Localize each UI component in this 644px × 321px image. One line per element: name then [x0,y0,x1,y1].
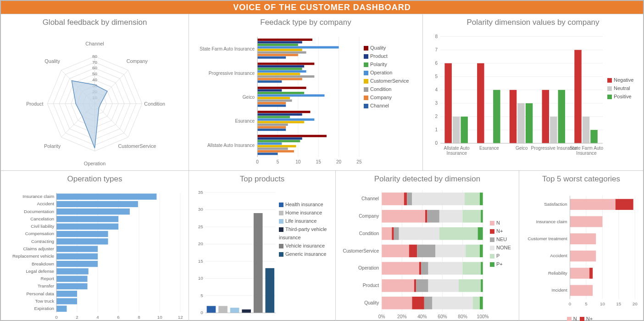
svg-rect-244 [419,262,421,275]
svg-rect-195 [207,306,216,313]
panel-operations: Operation types 024681012Insurance claim… [1,171,189,321]
svg-rect-52 [257,54,298,56]
svg-text:Company: Company [127,58,148,64]
chart-radar: 1020304050607080ChannelCompanyConditionC… [5,30,185,169]
svg-text:8: 8 [138,315,140,320]
svg-rect-89 [257,152,278,155]
svg-rect-261 [473,297,480,310]
svg-rect-163 [56,253,98,259]
svg-rect-87 [257,147,288,150]
legend-feedback: QualityProductPolarityOperationCustomerS… [364,30,419,169]
legend-polarity-dim: NN+NEUNONEPP+ [490,186,515,321]
svg-rect-55 [257,62,314,65]
svg-text:Claims adjuster: Claims adjuster [23,246,54,251]
svg-text:Legal defense: Legal defense [26,269,54,274]
svg-text:20%: 20% [397,314,407,319]
svg-rect-71 [257,105,286,107]
svg-text:Operation: Operation [358,265,379,270]
svg-rect-167 [56,268,89,274]
svg-rect-197 [230,308,239,313]
svg-rect-124 [558,90,565,143]
svg-text:Operation: Operation [84,161,105,166]
svg-rect-116 [493,90,500,143]
svg-text:Geico: Geico [243,95,255,100]
svg-text:Accident: Accident [550,253,567,258]
svg-text:5: 5 [200,293,203,298]
panel-worst: Top 5 worst categories 05101520Satisfact… [519,171,643,321]
svg-rect-236 [382,245,409,258]
svg-rect-245 [421,262,428,275]
svg-rect-46 [257,39,312,41]
svg-text:5: 5 [585,301,588,306]
svg-rect-128 [590,130,597,143]
svg-rect-274 [570,199,616,210]
svg-text:3: 3 [435,101,438,106]
panel-polarity-company: Polarity dimension values by company 012… [423,14,643,170]
svg-text:Esurance: Esurance [479,146,499,151]
svg-rect-161 [56,246,98,252]
svg-text:0: 0 [435,141,438,146]
operations-title: Operation types [5,175,185,184]
svg-rect-149 [56,201,138,207]
svg-text:Personal data: Personal data [27,291,55,296]
svg-text:20: 20 [336,159,342,164]
svg-rect-275 [616,199,633,210]
svg-text:Satisfaction: Satisfaction [544,202,567,207]
svg-text:Compensation: Compensation [25,231,54,236]
svg-rect-127 [583,117,589,143]
svg-rect-62 [257,80,282,83]
svg-text:Replacement vehicle: Replacement vehicle [12,253,55,259]
svg-rect-223 [425,210,427,223]
svg-text:35: 35 [198,190,203,195]
legend-worst: N N+ [523,315,639,321]
dashboard-title: VOICE OF THE CUSTOMER DASHBOARD [1,1,643,14]
svg-rect-252 [416,279,428,292]
svg-text:State Farm Auto: State Farm Auto [570,146,603,151]
svg-rect-109 [444,63,451,143]
svg-rect-56 [257,65,304,68]
svg-rect-175 [56,298,77,304]
svg-text:25: 25 [356,159,362,164]
svg-rect-251 [414,279,416,292]
svg-text:CustomerService: CustomerService [118,143,156,149]
svg-rect-83 [257,137,302,140]
svg-rect-241 [480,245,483,258]
svg-rect-169 [56,276,88,282]
svg-text:0%: 0% [378,314,385,319]
svg-rect-157 [56,231,108,237]
svg-rect-60 [257,75,314,78]
svg-rect-229 [382,227,392,240]
svg-text:0: 0 [569,301,572,306]
svg-rect-254 [459,279,481,292]
svg-text:State Farm Auto Insurance: State Farm Auto Insurance [200,46,255,51]
svg-text:Esurance: Esurance [235,118,255,124]
svg-rect-65 [257,89,282,91]
svg-text:15: 15 [198,259,203,264]
svg-text:CustomerService: CustomerService [343,248,379,253]
svg-text:20: 20 [633,301,638,306]
polarity-company-title: Polarity dimension values by company [427,18,639,27]
svg-rect-122 [542,90,549,143]
svg-text:5: 5 [435,74,438,79]
svg-rect-118 [510,90,516,143]
svg-text:2: 2 [76,315,78,320]
svg-rect-222 [382,210,425,223]
polarity-dim-title: Polarity detected by dimension [339,175,515,184]
svg-text:30: 30 [198,207,203,212]
svg-rect-75 [257,116,290,118]
svg-rect-281 [570,251,596,262]
svg-text:Civil liability: Civil liability [31,224,54,229]
svg-rect-58 [257,70,306,73]
svg-rect-47 [257,41,302,43]
svg-text:Incident: Incident [552,287,567,293]
svg-rect-232 [399,227,439,240]
svg-rect-69 [257,100,292,102]
worst-title: Top 5 worst categories [523,175,639,184]
radar-title: Global feedback by dimension [5,18,185,27]
svg-rect-234 [478,227,483,240]
svg-text:Documentation: Documentation [24,209,54,214]
svg-text:Condition: Condition [359,231,379,236]
svg-rect-110 [453,117,460,143]
svg-rect-198 [242,310,251,313]
svg-text:8: 8 [435,34,438,39]
